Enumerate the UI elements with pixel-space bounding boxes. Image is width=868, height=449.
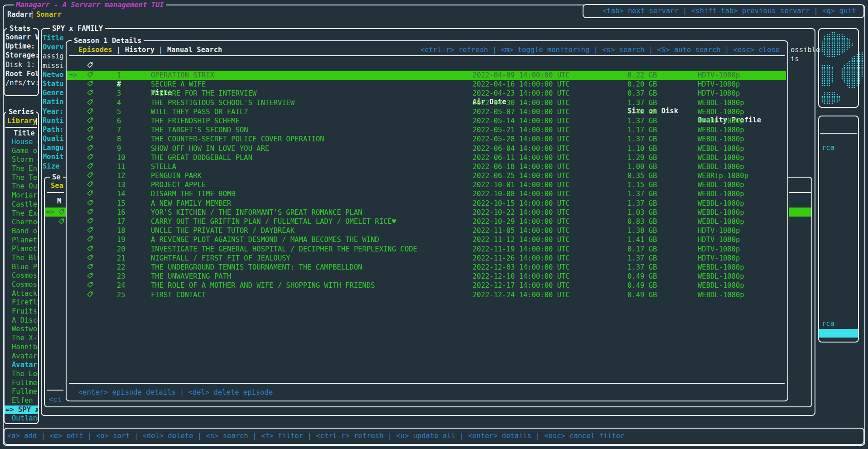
episode-row[interactable]: 25FIRST CONTACT2022-12-24 14:00:00 UTC0.… bbox=[67, 290, 786, 299]
episodes-popup-keybinds: <ctrl-r> refresh | <m> toggle monitoring… bbox=[420, 45, 780, 54]
episode-row[interactable]: 13PROJECT APPLE2022-10-01 14:00:00 UTC1.… bbox=[67, 180, 786, 189]
episode-air-date: 2022-11-05 14:00:00 UTC bbox=[473, 226, 570, 235]
episode-row[interactable]: 22THE UNDERGROUND TENNIS TOURNAMENT: THE… bbox=[67, 263, 786, 272]
monitored-tag-icon bbox=[87, 190, 93, 199]
series-list-item[interactable]: Blue Pl bbox=[5, 263, 38, 272]
logo-art-line: ⢠⣶⣿⣶⣦⡀⠀⠀⠀ bbox=[821, 32, 866, 39]
stats-line: /nfs/tv: 1 bbox=[5, 78, 38, 87]
monitored-tag-icon bbox=[87, 181, 93, 190]
app-title: Managarr - A Servarr management TUI bbox=[14, 0, 166, 10]
episode-size: 1.15 GB bbox=[627, 180, 657, 189]
episode-row[interactable]: 5WILL THEY PASS OR FAIL?2022-05-07 14:00… bbox=[67, 107, 786, 116]
episode-title: THE UNDERGROUND TENNIS TOURNAMENT: THE C… bbox=[151, 263, 362, 272]
series-list-item[interactable]: Planet bbox=[5, 236, 38, 245]
series-list-item[interactable]: Cosmos bbox=[5, 280, 38, 290]
episode-row[interactable]: 21NIGHTFALL / FIRST FIT OF JEALOUSY2022-… bbox=[67, 254, 786, 263]
episode-quality: WEBDL-1080p bbox=[698, 135, 744, 144]
episode-row[interactable]: 9SHOW OFF HOW IN LOVE YOU ARE2022-06-04 … bbox=[67, 144, 786, 153]
series-tab-separator bbox=[5, 127, 37, 128]
tab-sonarr[interactable]: Sonarr bbox=[36, 10, 62, 19]
episode-row[interactable]: 11STELLA2022-06-18 14:00:00 UTC1.00 GBWE… bbox=[67, 162, 786, 171]
episode-row[interactable]: 2SECURE A WIFE2022-04-16 14:00:00 UTC0.2… bbox=[67, 80, 786, 89]
episode-air-date: 2022-10-22 14:00:00 UTC bbox=[473, 208, 570, 217]
series-list-item[interactable]: A Disco bbox=[5, 316, 38, 325]
episode-title: CARRY OUT THE GRIFFIN PLAN / FULLMETAL L… bbox=[151, 217, 396, 226]
series-list: House oGame ofStorm oThe EnfThe TerThe O… bbox=[5, 138, 38, 423]
monitored-tag-icon bbox=[87, 227, 93, 236]
episode-number: 6 bbox=[117, 116, 121, 126]
logo-art-line: ⣰⣶⣶⣄⠀⠀⠀⠀⠀ bbox=[821, 90, 866, 97]
series-list-item[interactable]: => SPY x F bbox=[5, 406, 38, 415]
episode-row[interactable]: 3PREPARE FOR THE INTERVIEW2022-04-23 14:… bbox=[67, 89, 786, 98]
stats-line: Storage: bbox=[5, 51, 38, 60]
episode-row[interactable]: 17CARRY OUT THE GRIFFIN PLAN / FULLMETAL… bbox=[67, 217, 786, 226]
season-details-tab-fragment[interactable]: Sea bbox=[51, 181, 63, 190]
series-list-item[interactable]: Attack bbox=[5, 290, 38, 299]
episode-row[interactable]: 4THE PRESTIGIOUS SCHOOL'S INTERVIEW2022-… bbox=[67, 98, 786, 107]
episode-size: 1.43 GB bbox=[627, 107, 657, 116]
episode-row[interactable]: 12PENGUIN PARK2022-06-25 14:00:00 UTC0.3… bbox=[67, 171, 786, 180]
series-list-item[interactable]: The Blu bbox=[5, 254, 38, 263]
episode-air-date: 2022-12-24 14:00:00 UTC bbox=[473, 290, 570, 299]
series-list-item[interactable]: Castle bbox=[5, 200, 38, 209]
season-tab-separator-fragment bbox=[47, 192, 64, 193]
selected-season-row-left[interactable]: => bbox=[45, 208, 66, 217]
series-list-item[interactable]: Fullmet bbox=[5, 387, 38, 396]
series-list-item[interactable]: The X-F bbox=[5, 334, 38, 343]
episode-quality: HDTV-1080p bbox=[698, 71, 740, 80]
series-list-item[interactable]: The Enf bbox=[5, 164, 38, 174]
episode-number: 12 bbox=[117, 171, 125, 180]
series-list-item[interactable]: The Leg bbox=[5, 370, 38, 379]
series-list-item[interactable]: The Out bbox=[5, 182, 38, 191]
right-list-selected-item[interactable] bbox=[819, 329, 858, 338]
series-list-item[interactable]: Avatar: bbox=[5, 352, 38, 361]
episode-row[interactable]: 14DISARM THE TIME BOMB2022-10-08 14:00:0… bbox=[67, 189, 786, 198]
series-list-item[interactable]: The Exo bbox=[5, 209, 38, 218]
series-list-item[interactable]: House o bbox=[5, 138, 38, 147]
series-list-item[interactable]: Cosmos bbox=[5, 271, 38, 280]
series-list-item[interactable]: Fullmet bbox=[5, 379, 38, 388]
tab-episodes[interactable]: Episodes bbox=[78, 46, 112, 54]
episode-row[interactable]: 18UNCLE THE PRIVATE TUTOR / DAYBREAK2022… bbox=[67, 226, 786, 235]
episode-row[interactable]: 15A NEW FAMILY MEMBER2022-10-15 14:00:00… bbox=[67, 199, 786, 208]
series-list-item[interactable]: The Ter bbox=[5, 174, 38, 183]
episode-row[interactable]: 16YOR'S KITCHEN / THE INFORMANT'S GREAT … bbox=[67, 208, 786, 217]
series-list-item[interactable]: Westwor bbox=[5, 325, 38, 334]
episode-quality: WEBDL-1080p bbox=[698, 180, 744, 189]
episode-row[interactable]: 6THE FRIENDSHIP SCHEME2022-05-14 14:00:0… bbox=[67, 116, 786, 126]
episode-quality: HDTV-1080p bbox=[698, 245, 740, 254]
series-list-item[interactable]: Hanniba bbox=[5, 343, 38, 352]
episode-row[interactable]: 24THE ROLE OF A MOTHER AND WIFE / SHOPPI… bbox=[67, 281, 786, 290]
series-list-item[interactable]: Moriart bbox=[5, 191, 38, 200]
episode-title: SHOW OFF HOW IN LOVE YOU ARE bbox=[151, 144, 269, 153]
episode-row[interactable]: 10THE GREAT DODGEBALL PLAN2022-06-11 14:… bbox=[67, 153, 786, 162]
episode-quality: HDTV-1080p bbox=[698, 80, 740, 89]
episode-row[interactable]: 19A REVENGE PLOT AGAINST DESMOND / MAMA … bbox=[67, 235, 786, 244]
series-list-item[interactable]: Game of bbox=[5, 147, 38, 156]
series-list-item[interactable]: Chernob bbox=[5, 218, 38, 227]
series-list-item[interactable]: Elfen L bbox=[5, 396, 38, 406]
series-list-item[interactable]: Planet bbox=[5, 245, 38, 254]
episode-air-date: 2022-05-28 14:00:00 UTC bbox=[473, 135, 570, 144]
tab-radarr[interactable]: Radarr bbox=[7, 10, 33, 19]
episode-row[interactable]: 20INVESTIGATE THE GENERAL HOSPITAL / DEC… bbox=[67, 245, 786, 254]
series-list-item[interactable]: Storm o bbox=[5, 155, 38, 164]
episode-quality: HDTV-1080p bbox=[698, 254, 740, 263]
tab-history[interactable]: History bbox=[125, 46, 154, 54]
tab-manual-search[interactable]: Manual Search bbox=[167, 46, 222, 54]
series-list-item[interactable]: Fruits bbox=[5, 307, 38, 316]
episode-row[interactable]: 23THE UNWAVERING PATH2022-12-10 14:00:00… bbox=[67, 272, 786, 281]
series-list-item[interactable]: Outland bbox=[5, 414, 38, 423]
series-list-item[interactable]: Firefly bbox=[5, 298, 38, 307]
tab-divider: | bbox=[30, 10, 34, 19]
episode-row[interactable]: 7THE TARGET'S SECOND SON2022-05-21 14:00… bbox=[67, 126, 786, 135]
series-list-item[interactable]: Band of bbox=[5, 227, 38, 236]
series-list-item[interactable]: Avatar: bbox=[5, 361, 38, 370]
right-list-item-fragment-bottom[interactable]: rca bbox=[822, 319, 834, 328]
series-tab-library[interactable]: Library bbox=[7, 116, 37, 126]
episode-row[interactable]: =>1OPERATION STRIX2022-04-09 14:00:00 UT… bbox=[67, 71, 786, 80]
stats-line: Uptime: 17 bbox=[5, 42, 38, 51]
episode-row[interactable]: 8THE COUNTER-SECRET POLICE COVER OPERATI… bbox=[67, 135, 786, 144]
episode-air-date: 2022-11-26 14:00:00 UTC bbox=[473, 254, 570, 263]
right-list-item-fragment-top[interactable]: rca bbox=[822, 143, 834, 152]
